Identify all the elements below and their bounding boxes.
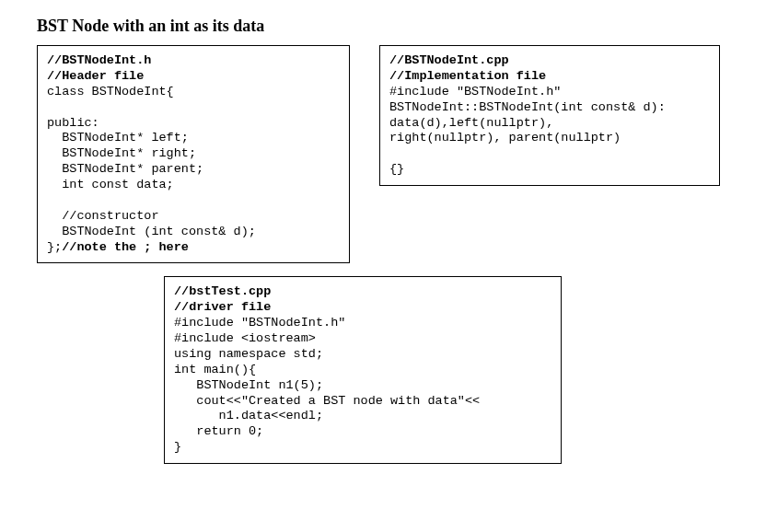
code-line: return 0; <box>174 424 263 438</box>
code-box-header-file: //BSTNodeInt.h //Header file class BSTNo… <box>37 45 350 263</box>
code-line: right(nullptr), parent(nullptr) <box>389 131 621 145</box>
code-line: data(d),left(nullptr), <box>389 116 553 130</box>
driver-comment-desc: //driver file <box>174 300 271 314</box>
code-line: BSTNodeInt* parent; <box>47 162 203 176</box>
top-row: //BSTNodeInt.h //Header file class BSTNo… <box>37 45 729 263</box>
code-box-driver-file: //bstTest.cpp //driver file #include "BS… <box>164 276 562 464</box>
page-title: BST Node with an int as its data <box>37 17 729 36</box>
code-line: int main(){ <box>174 363 256 376</box>
code-line: } <box>174 440 181 454</box>
code-line: #include "BSTNodeInt.h" <box>174 316 345 330</box>
header-comment-desc: //Header file <box>47 69 144 83</box>
code-line: BSTNodeInt* left; <box>47 131 189 145</box>
code-line: int const data; <box>47 178 174 191</box>
code-line: cout<<"Created a BST node with data"<< <box>174 394 480 408</box>
code-line: n1.data<<endl; <box>174 409 323 422</box>
driver-comment-filename: //bstTest.cpp <box>174 284 271 298</box>
header-note-semicolon: //note the ; here <box>62 240 189 254</box>
code-line: {} <box>389 162 404 176</box>
code-line: BSTNodeInt* right; <box>47 146 196 160</box>
code-line: //constructor <box>47 209 159 223</box>
code-line: using namespace std; <box>174 347 323 361</box>
code-line: }; <box>47 240 62 254</box>
code-line: #include "BSTNodeInt.h" <box>389 85 561 98</box>
impl-comment-desc: //Implementation file <box>389 69 546 83</box>
code-line: class BSTNodeInt{ <box>47 85 174 98</box>
code-line: #include <iostream> <box>174 331 316 345</box>
impl-comment-filename: //BSTNodeInt.cpp <box>389 53 509 67</box>
code-line: BSTNodeInt (int const& d); <box>47 225 256 238</box>
code-line: BSTNodeInt n1(5); <box>174 378 323 392</box>
code-box-impl-file: //BSTNodeInt.cpp //Implementation file #… <box>379 45 720 186</box>
header-comment-filename: //BSTNodeInt.h <box>47 53 151 67</box>
code-line: public: <box>47 116 99 130</box>
code-line: BSTNodeInt::BSTNodeInt(int const& d): <box>389 100 666 114</box>
